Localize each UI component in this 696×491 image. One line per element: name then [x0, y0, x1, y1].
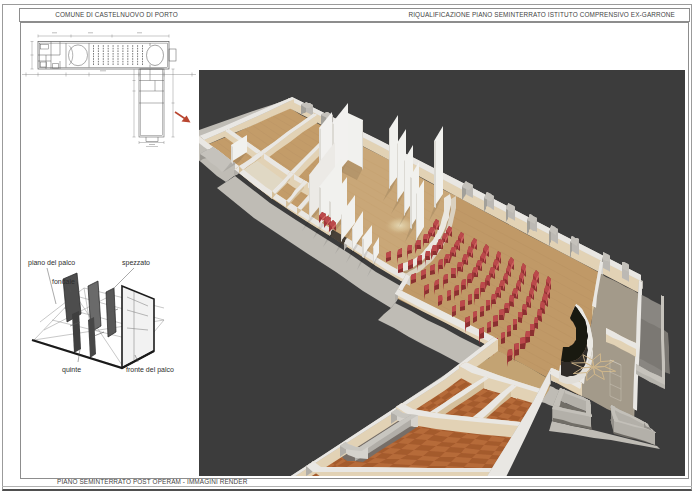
- title-block: COMUNE DI CASTELNUOVO DI PORTO RIQUALIFI…: [19, 8, 690, 22]
- render-3d-view: [199, 70, 685, 476]
- floor-plan-drawing: [22, 30, 196, 150]
- sketch-label-fronte-del-palco: fronte del palco: [126, 366, 174, 374]
- drawing-sheet: COMUNE DI CASTELNUOVO DI PORTO RIQUALIFI…: [0, 0, 696, 491]
- sketch-label-piano-del-palco: piano del palco: [28, 259, 75, 267]
- header-project-title: RIQUALIFICAZIONE PIANO SEMINTERRATO ISTI…: [408, 9, 675, 21]
- sketch-label-fondale: fondale: [52, 278, 75, 285]
- sketch-label-spezzato: spezzato: [122, 259, 150, 267]
- header-municipality: COMUNE DI CASTELNUOVO DI PORTO: [20, 9, 213, 21]
- footer-rule: [2, 486, 692, 487]
- view-direction-arrow-icon: [173, 109, 195, 131]
- stage-scheme-diagram: piano del palcospezzatofondalequintefron…: [14, 252, 194, 377]
- sketch-label-quinte: quinte: [62, 366, 81, 374]
